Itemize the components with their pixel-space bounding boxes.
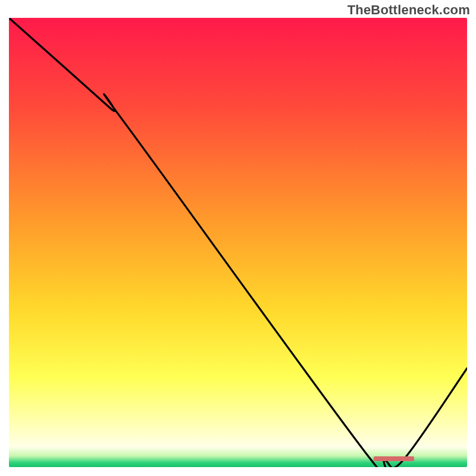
chart-plot-area [9, 18, 467, 467]
optimal-range-marker [374, 456, 414, 461]
chart-svg [9, 18, 467, 467]
chart-background [9, 18, 467, 467]
watermark-text: TheBottleneck.com [347, 2, 470, 18]
